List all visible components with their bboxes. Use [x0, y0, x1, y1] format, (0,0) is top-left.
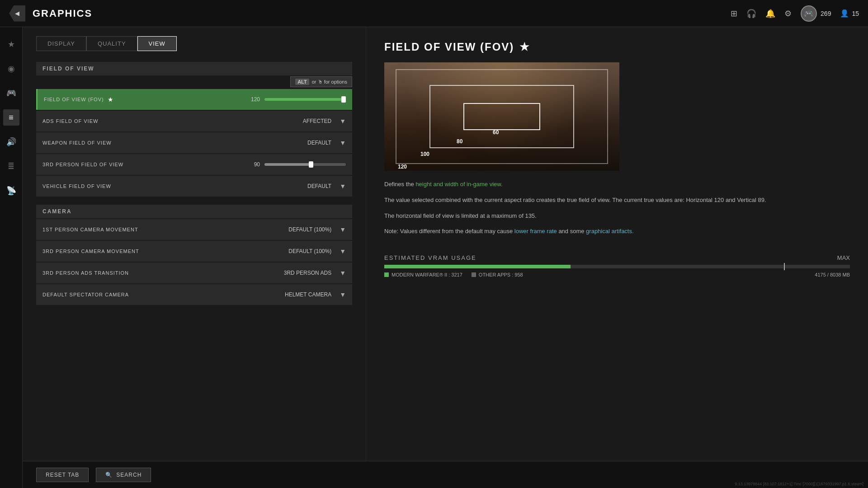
section-divider: [36, 197, 352, 205]
vram-mw-text: MODERN WARFARE® II : 3217: [392, 272, 462, 277]
3p-ads-transition-label: 3RD PERSON ADS TRANSITION: [42, 270, 284, 276]
ads-fov-row[interactable]: ADS FIELD OF VIEW AFFECTED ▼: [36, 111, 352, 131]
detail-desc-2: The value selected combined with the cur…: [384, 196, 850, 205]
back-button[interactable]: ◀: [9, 5, 25, 22]
settings-icon[interactable]: ⚙: [784, 9, 792, 19]
vram-mw-dot: [384, 272, 389, 277]
3p-camera-label-text: 3RD PERSON CAMERA MOVEMENT: [42, 249, 139, 254]
tab-view[interactable]: VIEW: [137, 36, 177, 51]
alt-hint-badge: ALT or 🖱 for options: [290, 76, 352, 87]
desc-1-text: Defines the: [384, 181, 415, 188]
sidebar-item-circle[interactable]: ◉: [3, 61, 19, 77]
reset-tab-button[interactable]: RESET TAB: [36, 468, 89, 482]
back-icon: ◀: [15, 10, 19, 17]
spectator-camera-value: HELMET CAMERA ▼: [285, 291, 346, 298]
camera-section-header: CAMERA: [36, 205, 352, 218]
fov-slider[interactable]: [264, 98, 346, 101]
ads-fov-value-text: AFFECTED: [303, 118, 331, 124]
fov-label-60: 60: [493, 129, 499, 136]
right-panel: FIELD OF VIEW (FOV) ★ 120 100 80 60 Defi…: [366, 27, 868, 488]
3p-ads-transition-value-text: 3RD PERSON ADS: [284, 270, 331, 276]
desc-4-lower-frame: lower frame rate: [514, 228, 557, 235]
spectator-camera-value-text: HELMET CAMERA: [285, 291, 331, 298]
3p-fov-slider[interactable]: [264, 163, 346, 166]
weapon-fov-label-text: WEAPON FIELD OF VIEW: [42, 140, 112, 145]
search-label: SEARCH: [116, 472, 142, 478]
vram-marker: [784, 263, 785, 270]
3p-fov-row[interactable]: 3RD PERSON FIELD OF VIEW 90: [36, 154, 352, 175]
page-title: GRAPHICS: [33, 8, 92, 19]
vehicle-fov-value-text: DEFAULT: [304, 183, 331, 189]
tab-display[interactable]: DISPLAY: [36, 36, 86, 51]
vehicle-fov-label-text: VEHICLE FIELD OF VIEW: [42, 183, 111, 189]
vehicle-fov-value: DEFAULT ▼: [304, 183, 346, 190]
fov-label-text: FIELD OF VIEW (FOV): [44, 97, 104, 102]
sidebar: ★ ◉ 🎮 ≡ 🔊 ≣ 📡: [0, 27, 23, 488]
sidebar-item-graphics[interactable]: ≡: [3, 109, 19, 126]
username: 269: [821, 10, 831, 17]
3p-camera-value: DEFAULT (100%) ▼: [288, 248, 346, 255]
1p-camera-value: DEFAULT (100%) ▼: [288, 226, 346, 233]
topbar: ◀ GRAPHICS ⊞ 🎧 🔔 ⚙ 🎮 269 👤 15: [0, 0, 868, 27]
sidebar-item-star[interactable]: ★: [3, 36, 19, 52]
vram-title: ESTIMATED VRAM USAGE: [384, 254, 476, 261]
fov-row[interactable]: FIELD OF VIEW (FOV) ★ 120: [36, 89, 352, 110]
bell-icon[interactable]: 🔔: [765, 9, 775, 19]
fov-section-header: FIELD OF VIEW: [36, 62, 352, 75]
vehicle-fov-dropdown-arrow: ▼: [340, 183, 346, 190]
desc-4-artifacts: graphical artifacts.: [586, 228, 634, 235]
1p-camera-row[interactable]: 1ST PERSON CAMERA MOVEMENT DEFAULT (100%…: [36, 219, 352, 240]
spectator-camera-row[interactable]: DEFAULT SPECTATOR CAMERA HELMET CAMERA ▼: [36, 284, 352, 305]
vram-header: ESTIMATED VRAM USAGE MAX: [384, 254, 850, 261]
sidebar-item-network[interactable]: 📡: [3, 183, 19, 199]
user-area[interactable]: 🎮 269: [801, 5, 831, 22]
vehicle-fov-row[interactable]: VEHICLE FIELD OF VIEW DEFAULT ▼: [36, 176, 352, 197]
3p-camera-row[interactable]: 3RD PERSON CAMERA MOVEMENT DEFAULT (100%…: [36, 241, 352, 262]
fov-preview: 120 100 80 60: [384, 62, 619, 171]
ads-fov-label: ADS FIELD OF VIEW: [42, 118, 303, 124]
fov-value-text: 120: [233, 96, 260, 103]
vram-labels: MODERN WARFARE® II : 3217 OTHER APPS : 9…: [384, 272, 850, 277]
3p-fov-slider-thumb: [309, 161, 313, 168]
currency-value: 15: [852, 10, 859, 17]
1p-camera-value-text: DEFAULT (100%): [288, 226, 331, 233]
desc-4-text: Note: Values different from the default …: [384, 228, 514, 235]
weapon-fov-dropdown-arrow: ▼: [340, 139, 346, 146]
fov-label-120: 120: [398, 164, 407, 170]
left-panel: DISPLAY QUALITY VIEW FIELD OF VIEW ALT o…: [23, 27, 366, 488]
vram-other-label: OTHER APPS : 958: [472, 272, 523, 277]
search-icon: 🔍: [105, 472, 113, 478]
sidebar-item-list[interactable]: ≣: [3, 158, 19, 174]
vram-total: 4175 / 8038 MB: [815, 272, 850, 277]
desc-1-highlight: height and width of in-game view.: [415, 181, 502, 188]
3p-ads-transition-value: 3RD PERSON ADS ▼: [284, 269, 346, 277]
main-content: DISPLAY QUALITY VIEW FIELD OF VIEW ALT o…: [23, 27, 868, 488]
search-button[interactable]: 🔍 SEARCH: [96, 468, 151, 482]
alt-hint: ALT or 🖱 for options: [36, 76, 352, 87]
weapon-fov-row[interactable]: WEAPON FIELD OF VIEW DEFAULT ▼: [36, 132, 352, 153]
detail-title-text: FIELD OF VIEW (FOV): [384, 41, 514, 53]
detail-desc-4: Note: Values different from the default …: [384, 227, 850, 236]
tab-quality[interactable]: QUALITY: [86, 36, 137, 51]
vram-section: ESTIMATED VRAM USAGE MAX MODERN WARFARE®…: [384, 254, 850, 277]
sidebar-item-gamepad[interactable]: 🎮: [3, 85, 19, 101]
vram-bar-fill: [384, 265, 571, 268]
fov-label-80: 80: [457, 138, 462, 145]
3p-fov-value-text: 90: [233, 161, 260, 168]
ads-fov-value: AFFECTED ▼: [303, 117, 346, 125]
1p-camera-dropdown-arrow: ▼: [340, 226, 346, 233]
currency-icon: 👤: [840, 9, 849, 18]
1p-camera-label-text: 1ST PERSON CAMERA MOVEMENT: [42, 227, 138, 232]
3p-fov-label-text: 3RD PERSON FIELD OF VIEW: [42, 162, 123, 167]
3p-ads-transition-dropdown-arrow: ▼: [340, 269, 346, 277]
vram-mw-label: MODERN WARFARE® II : 3217: [384, 272, 462, 277]
3p-fov-label: 3RD PERSON FIELD OF VIEW: [42, 162, 233, 167]
fov-inner-rect: [463, 103, 540, 130]
3p-ads-transition-row[interactable]: 3RD PERSON ADS TRANSITION 3RD PERSON ADS…: [36, 263, 352, 283]
spectator-camera-label: DEFAULT SPECTATOR CAMERA: [42, 292, 285, 297]
grid-icon[interactable]: ⊞: [731, 9, 737, 19]
vehicle-fov-label: VEHICLE FIELD OF VIEW: [42, 183, 304, 189]
detail-star-icon: ★: [519, 41, 530, 53]
sidebar-item-audio[interactable]: 🔊: [3, 134, 19, 150]
headphone-icon[interactable]: 🎧: [746, 9, 756, 19]
